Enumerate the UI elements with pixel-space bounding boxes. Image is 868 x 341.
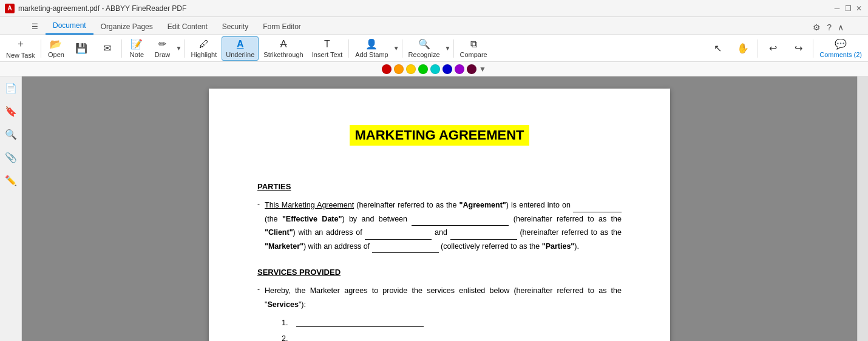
- window-controls: ─ ❐ ✕: [833, 4, 863, 13]
- ribbon-tabs: ☰ Document Organize Pages Edit Content S…: [0, 17, 868, 35]
- stamp-icon: 👤: [365, 38, 378, 50]
- underline-button[interactable]: A Underline: [222, 36, 259, 61]
- blank-party1: [412, 217, 509, 226]
- draw-icon: ✏: [158, 38, 166, 50]
- minimize-button[interactable]: ─: [833, 4, 841, 13]
- save-button[interactable]: 💾: [69, 36, 93, 61]
- insert-text-button[interactable]: T Insert Text: [308, 36, 347, 61]
- restore-button[interactable]: ❐: [844, 4, 852, 13]
- list-item-1: 1.: [282, 319, 622, 327]
- compare-icon: ⧉: [470, 39, 477, 50]
- services-section: SERVICES PROVIDED - Hereby, the Marketer…: [257, 268, 622, 341]
- recognize-button[interactable]: 🔍 Recognize: [405, 36, 444, 61]
- agreement-bold: "Agreement": [459, 201, 506, 209]
- this-marketing-agreement-text: This Marketing Agreement: [265, 201, 354, 209]
- sidebar-attachments-icon[interactable]: 📎: [4, 150, 18, 164]
- color-green[interactable]: [418, 64, 428, 74]
- sidebar-search-icon[interactable]: 🔍: [4, 127, 18, 141]
- comments-label: Comments (2): [819, 51, 862, 58]
- separator-4: [348, 39, 349, 58]
- stamp-arrow[interactable]: ▼: [393, 45, 399, 52]
- note-button[interactable]: 📝 Note: [124, 36, 149, 61]
- collapse-ribbon-button[interactable]: ∧: [838, 22, 844, 32]
- color-teal[interactable]: [430, 64, 440, 74]
- color-more-button[interactable]: ▼: [479, 65, 486, 73]
- title-bar: A marketing-agreement.pdf - ABBYY FineRe…: [0, 0, 868, 17]
- redo-button[interactable]: ↪: [786, 36, 810, 61]
- save-icon: 💾: [75, 42, 87, 54]
- strikethrough-button[interactable]: A Strikethrough: [260, 36, 307, 61]
- list-item-2: 2.: [282, 334, 622, 341]
- blank-address1: [365, 231, 432, 240]
- open-label: Open: [48, 51, 64, 58]
- sidebar-pages-icon[interactable]: 📄: [4, 81, 18, 95]
- new-task-icon: ＋: [16, 38, 25, 50]
- cursor-icon: ↖: [714, 42, 722, 54]
- recognize-label: Recognize: [409, 51, 440, 58]
- draw-label: Draw: [155, 51, 171, 58]
- new-task-button[interactable]: ＋ New Task: [2, 36, 38, 61]
- menu-hamburger[interactable]: ☰: [24, 20, 46, 35]
- sidebar-annotations-icon[interactable]: ✏️: [4, 174, 18, 187]
- color-orange[interactable]: [394, 64, 404, 74]
- color-red[interactable]: [382, 64, 392, 74]
- window-title: marketing-agreement.pdf - ABBYY FineRead…: [18, 4, 186, 13]
- parties-text: This Marketing Agreement (hereinafter re…: [265, 198, 622, 253]
- parties-bullet: -: [257, 198, 260, 208]
- settings-button[interactable]: ⚙: [813, 22, 821, 32]
- email-icon: ✉: [103, 42, 111, 54]
- note-label: Note: [130, 51, 144, 58]
- parties-heading: PARTIES: [257, 182, 622, 191]
- tab-edit[interactable]: Edit Content: [160, 20, 215, 35]
- list-line-1: [296, 319, 424, 327]
- comments-icon: 💬: [835, 38, 847, 50]
- color-yellow[interactable]: [406, 64, 416, 74]
- strikethrough-icon: A: [280, 39, 287, 50]
- highlight-icon: 🖊: [199, 39, 209, 50]
- client-bold: "Client": [265, 228, 293, 237]
- separator-5: [402, 39, 402, 58]
- highlight-button[interactable]: 🖊 Highlight: [187, 36, 220, 61]
- tab-organize[interactable]: Organize Pages: [93, 20, 160, 35]
- toolbar: ＋ New Task 📂 Open 💾 ✉ 📝 Note ✏ Draw ▼ 🖊 …: [0, 35, 868, 62]
- list-num-2: 2.: [282, 334, 296, 341]
- sidebar-bookmarks-icon[interactable]: 🔖: [4, 104, 18, 118]
- color-darkred[interactable]: [467, 64, 476, 74]
- left-sidebar: 📄 🔖 🔍 📎 ✏️: [0, 76, 22, 341]
- draw-arrow[interactable]: ▼: [175, 45, 181, 52]
- parties-text-row: - This Marketing Agreement (hereinafter …: [257, 198, 622, 253]
- tab-security[interactable]: Security: [215, 20, 256, 35]
- help-button[interactable]: ?: [827, 22, 832, 32]
- add-stamp-label: Add Stamp: [355, 51, 388, 58]
- comments-button[interactable]: 💬 Comments (2): [816, 36, 866, 61]
- app-icon: A: [5, 4, 15, 13]
- services-list: 1. 2. 3. 4.: [282, 319, 622, 341]
- color-purple[interactable]: [455, 64, 464, 74]
- color-blue[interactable]: [442, 64, 452, 74]
- draw-button[interactable]: ✏ Draw: [150, 36, 174, 61]
- add-stamp-button[interactable]: 👤 Add Stamp: [351, 36, 392, 61]
- cursor-button[interactable]: ↖: [705, 36, 730, 61]
- main-area: 📄 🔖 🔍 📎 ✏️ MARKETING AGREEMENT PARTIES -…: [0, 76, 868, 341]
- marketer-bold: "Marketer": [265, 242, 303, 251]
- email-button[interactable]: ✉: [95, 36, 119, 61]
- separator-7: [758, 39, 758, 58]
- doc-title: MARKETING AGREEMENT: [350, 125, 529, 146]
- compare-button[interactable]: ⧉ Compare: [456, 36, 491, 61]
- compare-label: Compare: [460, 51, 487, 58]
- note-icon: 📝: [131, 38, 143, 50]
- tab-form[interactable]: Form Editor: [256, 20, 308, 35]
- parties-bold: "Parties": [542, 242, 575, 251]
- close-button[interactable]: ✕: [855, 4, 863, 13]
- scrollbar[interactable]: [857, 76, 868, 341]
- hand-button[interactable]: ✋: [731, 36, 755, 61]
- recognize-arrow[interactable]: ▼: [445, 45, 451, 52]
- title-bar-left: A marketing-agreement.pdf - ABBYY FineRe…: [5, 4, 186, 13]
- separator-6: [453, 39, 454, 58]
- separator-3: [184, 39, 185, 58]
- pdf-viewer[interactable]: MARKETING AGREEMENT PARTIES - This Marke…: [22, 76, 857, 341]
- open-button[interactable]: 📂 Open: [44, 36, 68, 61]
- undo-button[interactable]: ↩: [761, 36, 785, 61]
- tab-document[interactable]: Document: [46, 19, 93, 35]
- color-palette: ▼: [0, 62, 868, 76]
